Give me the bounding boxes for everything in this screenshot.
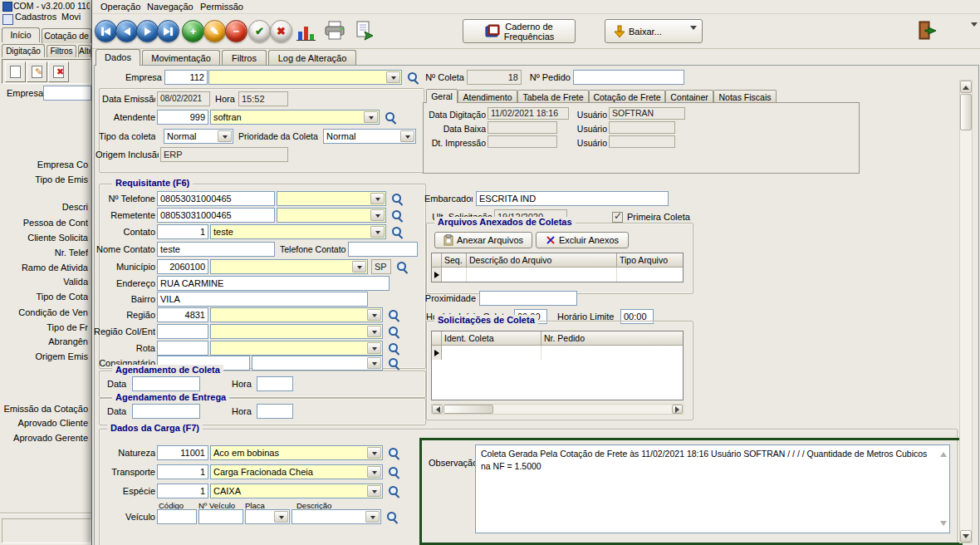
empresa-code-field[interactable]: 112 <box>164 70 208 85</box>
solicitacoes-grid-row[interactable] <box>432 346 683 360</box>
tab-digitacao[interactable]: Digitação <box>2 44 45 57</box>
transporte-code-field[interactable]: 1 <box>157 464 208 479</box>
prioridade-select[interactable]: Normal <box>323 129 416 144</box>
nome-contato-field[interactable]: teste <box>157 242 275 257</box>
send-report-button[interactable] <box>353 20 376 42</box>
municipio-code-field[interactable]: 2060100 <box>157 259 208 274</box>
remetente-field[interactable]: 08053031000465 <box>157 208 275 223</box>
natureza-combo[interactable]: Aco em bobinas <box>210 445 383 460</box>
embarcador-field[interactable]: ESCRITA IND <box>476 191 669 206</box>
search-icon[interactable] <box>388 309 400 322</box>
scroll-down-icon[interactable] <box>940 521 947 529</box>
cell[interactable] <box>617 268 683 282</box>
col-seq[interactable]: Seq. <box>442 253 467 268</box>
edit-record-button[interactable]: ✎ <box>203 20 226 42</box>
search-icon[interactable] <box>388 326 400 338</box>
anexar-arquivos-button[interactable]: Anexar Arquivos <box>434 232 532 248</box>
veiculo-placa-select[interactable] <box>245 509 290 524</box>
especie-code-field[interactable]: 1 <box>157 484 208 498</box>
baixar-button[interactable]: Baixar... <box>605 19 703 43</box>
endereco-field[interactable]: RUA CARMINE <box>157 276 390 291</box>
tab-inicio[interactable]: Início <box>2 27 40 42</box>
veiculo-descricao-combo[interactable] <box>292 509 381 524</box>
natureza-code-field[interactable]: 11001 <box>157 445 208 460</box>
confirm-button[interactable]: ✔ <box>248 20 271 42</box>
regiao-colent-combo[interactable] <box>210 324 383 339</box>
dropdown-button[interactable] <box>400 130 414 142</box>
dropdown-button[interactable] <box>274 511 288 523</box>
observacao-textarea[interactable]: Coleta Gerada Pela Cotação de Frete às 1… <box>475 444 950 533</box>
rota-code-field[interactable] <box>157 341 208 356</box>
search-icon[interactable] <box>386 511 399 523</box>
delete-document-button[interactable]: ✖ <box>48 61 69 82</box>
search-icon[interactable] <box>407 71 419 84</box>
veiculo-codigo-field[interactable] <box>157 509 197 524</box>
scroll-down-button[interactable] <box>960 530 972 543</box>
especie-combo[interactable]: CAIXA <box>210 484 383 498</box>
contato-combo[interactable]: teste <box>210 224 386 239</box>
telefone-contato-field[interactable] <box>348 242 418 257</box>
bairro-field[interactable]: VILA <box>157 292 368 307</box>
baixar-dropdown-arrow-icon[interactable] <box>690 30 697 40</box>
search-icon[interactable] <box>385 111 397 124</box>
menu-permissao[interactable]: Permissão <box>195 1 248 13</box>
col-ident-coleta[interactable]: Ident. Coleta <box>442 331 541 346</box>
caderno-frequencias-button[interactable]: Caderno de Frequências <box>463 19 576 43</box>
dropdown-button[interactable] <box>370 226 385 238</box>
remetente-combo[interactable] <box>277 208 386 223</box>
dropdown-button[interactable] <box>367 485 381 497</box>
nr-pedido-field[interactable] <box>573 70 684 85</box>
cell[interactable] <box>467 268 617 282</box>
tab-geral[interactable]: Geral <box>426 89 458 103</box>
search-icon[interactable] <box>391 209 404 222</box>
excluir-anexos-button[interactable]: Excluir Anexos <box>536 232 629 248</box>
search-icon[interactable] <box>388 357 400 370</box>
dropdown-button[interactable] <box>367 357 381 369</box>
menu-movimento[interactable]: Movi <box>61 9 81 24</box>
cancel-button[interactable]: ✖ <box>270 20 292 42</box>
cell[interactable] <box>442 268 467 282</box>
tab-dados[interactable]: Dados <box>96 49 140 66</box>
search-icon[interactable] <box>391 226 404 238</box>
dropdown-button[interactable] <box>367 309 381 321</box>
cell[interactable] <box>541 346 683 360</box>
add-record-button[interactable]: + <box>182 20 204 42</box>
rota-combo[interactable] <box>210 341 383 356</box>
new-document-button[interactable] <box>5 61 26 82</box>
scroll-up-button[interactable] <box>960 81 972 93</box>
transporte-combo[interactable]: Carga Fracionada Cheia <box>210 464 383 479</box>
telefone-combo[interactable] <box>277 191 386 206</box>
scroll-up-icon[interactable] <box>940 449 947 457</box>
atendente-code-field[interactable]: 999 <box>157 110 208 125</box>
scroll-thumb[interactable] <box>443 405 493 414</box>
menu-cadastros[interactable]: Cadastros <box>15 9 56 24</box>
print-button[interactable] <box>323 20 346 42</box>
search-icon[interactable] <box>388 485 400 498</box>
consignatario-combo[interactable] <box>252 356 383 371</box>
dropdown-button[interactable] <box>370 193 385 204</box>
agend-coleta-data-field[interactable] <box>132 376 200 391</box>
tab-alteracao-bg[interactable]: Alte <box>78 45 91 57</box>
col-tipo-arquivo[interactable]: Tipo Arquivo <box>617 253 683 268</box>
toolbar-overflow-chevron-icon[interactable] <box>971 27 978 37</box>
search-icon[interactable] <box>391 193 404 205</box>
veiculo-numero-field[interactable] <box>198 509 243 524</box>
dropdown-button[interactable] <box>352 261 366 272</box>
scroll-right-button[interactable] <box>672 405 683 414</box>
scroll-left-button[interactable] <box>432 405 443 414</box>
empresa-combo[interactable] <box>208 70 402 85</box>
next-record-button[interactable] <box>136 20 159 42</box>
chart-button[interactable] <box>296 22 317 42</box>
col-nr-pedido[interactable]: Nr. Pedido <box>541 331 683 346</box>
primeira-coleta-checkbox[interactable] <box>612 212 623 223</box>
regiao-colent-code-field[interactable] <box>157 324 208 339</box>
agend-entrega-hora-field[interactable] <box>257 404 293 419</box>
main-vscrollbar[interactable] <box>959 80 973 543</box>
tab-log-alteracao[interactable]: Log de Alteração <box>268 50 356 66</box>
regiao-combo[interactable] <box>210 307 383 322</box>
cell[interactable] <box>442 346 541 360</box>
previous-record-button[interactable] <box>115 20 138 42</box>
dropdown-button[interactable] <box>367 326 381 337</box>
col-descricao-arquivo[interactable]: Descrição do Arquivo <box>467 253 617 268</box>
dropdown-button[interactable] <box>370 209 385 221</box>
